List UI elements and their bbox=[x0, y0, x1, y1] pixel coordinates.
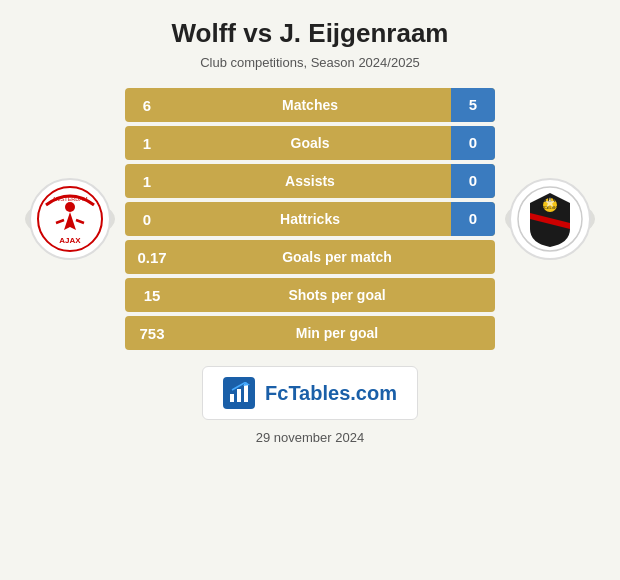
stat-row-min-per-goal: 753 Min per goal bbox=[125, 316, 495, 350]
stat-value-left-matches: 6 bbox=[125, 97, 169, 114]
stat-row-shots-per-goal: 15 Shots per goal bbox=[125, 278, 495, 312]
stat-label-hattricks: Hattricks bbox=[169, 211, 451, 227]
svg-rect-10 bbox=[237, 389, 241, 402]
stat-label-goals-per-match: Goals per match bbox=[179, 249, 495, 265]
stat-row-assists: 1 Assists 0 bbox=[125, 164, 495, 198]
fctables-label: FcTables.com bbox=[265, 382, 397, 405]
excelsior-logo-circle: S.B.V. EXCELSIOR bbox=[509, 178, 591, 260]
logo-left-ajax: AJAX AMSTERDAM bbox=[15, 169, 125, 269]
svg-rect-11 bbox=[244, 384, 248, 402]
svg-rect-9 bbox=[230, 394, 234, 402]
stat-label-shots-per-goal: Shots per goal bbox=[179, 287, 495, 303]
ajax-logo-svg: AJAX AMSTERDAM bbox=[36, 185, 104, 253]
main-content-row: AJAX AMSTERDAM 6 Matches 5 1 Goals 0 1 A… bbox=[10, 88, 610, 350]
excelsior-logo-svg: S.B.V. EXCELSIOR bbox=[516, 185, 584, 253]
stat-value-left-assists: 1 bbox=[125, 173, 169, 190]
fctables-banner[interactable]: FcTables.com bbox=[202, 366, 418, 420]
stat-row-matches: 6 Matches 5 bbox=[125, 88, 495, 122]
svg-text:EXCELSIOR: EXCELSIOR bbox=[539, 205, 562, 210]
stat-value-right-goals: 0 bbox=[451, 126, 495, 160]
stat-value-right-assists: 0 bbox=[451, 164, 495, 198]
stats-panel: 6 Matches 5 1 Goals 0 1 Assists 0 0 Hatt… bbox=[125, 88, 495, 350]
svg-text:AMSTERDAM: AMSTERDAM bbox=[52, 196, 88, 202]
stat-value-right-matches: 5 bbox=[451, 88, 495, 122]
stat-value-left-hattricks: 0 bbox=[125, 211, 169, 228]
svg-text:AJAX: AJAX bbox=[59, 236, 81, 245]
page-subtitle: Club competitions, Season 2024/2025 bbox=[200, 55, 420, 70]
footer-date: 29 november 2024 bbox=[256, 430, 364, 445]
stat-row-goals: 1 Goals 0 bbox=[125, 126, 495, 160]
stat-value-left-goals: 1 bbox=[125, 135, 169, 152]
stat-label-goals: Goals bbox=[169, 135, 451, 151]
stat-value-right-hattricks: 0 bbox=[451, 202, 495, 236]
stat-value-left-min-per-goal: 753 bbox=[125, 325, 179, 342]
stat-label-matches: Matches bbox=[169, 97, 451, 113]
stat-value-left-shots-per-goal: 15 bbox=[125, 287, 179, 304]
page-title: Wolff vs J. Eijgenraam bbox=[172, 18, 449, 49]
ajax-logo-circle: AJAX AMSTERDAM bbox=[29, 178, 111, 260]
logo-right-excelsior: S.B.V. EXCELSIOR bbox=[495, 169, 605, 269]
svg-point-1 bbox=[65, 202, 75, 212]
stat-value-left-goals-per-match: 0.17 bbox=[125, 249, 179, 266]
stat-label-min-per-goal: Min per goal bbox=[179, 325, 495, 341]
fctables-icon bbox=[223, 377, 255, 409]
stat-row-goals-per-match: 0.17 Goals per match bbox=[125, 240, 495, 274]
fctables-chart-icon bbox=[228, 382, 250, 404]
stat-row-hattricks: 0 Hattricks 0 bbox=[125, 202, 495, 236]
page-wrapper: Wolff vs J. Eijgenraam Club competitions… bbox=[0, 0, 620, 580]
stat-label-assists: Assists bbox=[169, 173, 451, 189]
